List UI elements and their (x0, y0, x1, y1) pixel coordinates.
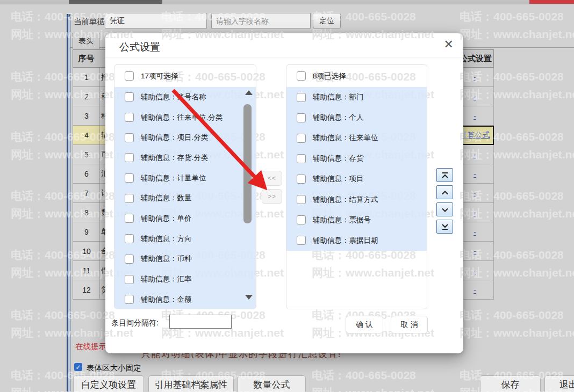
list-item: 辅助信息：账号名称 (114, 87, 256, 107)
item-checkbox[interactable] (125, 255, 134, 264)
item-label: 辅助信息：项目.分类 (141, 133, 208, 142)
item-label: 辅助信息：币种 (141, 254, 192, 264)
formula-link[interactable]: - (473, 208, 476, 217)
chevron-up-bar-icon (441, 172, 449, 179)
move-bottom-button[interactable] (436, 220, 453, 234)
item-checkbox[interactable] (297, 154, 306, 163)
item-label: 辅助信息：项目 (313, 174, 364, 184)
watermark-tile: 电话：400-665-0028网址：www.chanjet.net (460, 128, 463, 163)
item-checkbox[interactable] (125, 92, 134, 101)
move-down-button[interactable] (436, 202, 453, 216)
available-header-checkbox[interactable] (125, 71, 134, 81)
move-right-button[interactable]: >> (262, 189, 282, 204)
save-button[interactable]: 保存 (480, 375, 541, 392)
item-checkbox[interactable] (297, 113, 306, 122)
body-fixed-label: 表体区大小固定 (87, 363, 141, 373)
list-item: 辅助信息：个人 (286, 107, 427, 128)
cancel-button[interactable]: 取 消 (391, 316, 428, 333)
item-label: 辅助信息：单价 (141, 214, 192, 223)
scrollbar-thumb[interactable] (243, 104, 252, 223)
item-label: 辅助信息：存货 (313, 154, 364, 163)
watermark-tile: 电话：400-665-0028网址：www.chanjet.net (460, 33, 463, 43)
formula-link[interactable]: - (473, 228, 476, 236)
item-checkbox[interactable] (297, 175, 306, 184)
custom-items-button[interactable]: 自定义项设置 (73, 375, 144, 392)
item-label: 辅助信息：票据号 (313, 215, 371, 225)
selected-header-checkbox[interactable] (297, 71, 306, 81)
vertical-splitter-cap (67, 14, 70, 17)
list-item: 辅助信息：部门 (286, 87, 427, 107)
formula-link[interactable]: - (473, 112, 476, 120)
formula-link[interactable]: - (473, 286, 476, 294)
watermark-tile: 电话：400-665-0028网址：www.chanjet.net (460, 246, 463, 281)
chevron-down-bar-icon (441, 223, 449, 230)
selected-list: 辅助信息：部门辅助信息：个人辅助信息：往来单位辅助信息：存货辅助信息：项目辅助信… (286, 87, 427, 251)
field-search-input[interactable] (211, 13, 311, 28)
selected-header-label: 8项已选择 (313, 71, 346, 81)
vertical-splitter[interactable] (67, 14, 70, 392)
item-checkbox[interactable] (297, 195, 306, 204)
item-checkbox[interactable] (125, 113, 134, 122)
locate-button[interactable]: 定位 (313, 13, 341, 28)
item-checkbox[interactable] (125, 295, 134, 304)
red-accent-bar (529, 0, 574, 4)
body-fixed-checkbox[interactable]: ✓ (74, 363, 82, 371)
list-item: 辅助信息：票据号 (286, 210, 427, 230)
formula-link[interactable]: - (473, 92, 476, 101)
item-checkbox[interactable] (125, 234, 134, 243)
item-label: 辅助信息：往来单位 (313, 133, 378, 143)
item-checkbox[interactable] (297, 93, 306, 102)
list-item: 辅助信息：方向 (114, 229, 256, 249)
item-checkbox[interactable] (125, 275, 134, 284)
row-seq-cell: 2 (73, 87, 100, 106)
confirm-button[interactable]: 确 认 (346, 316, 383, 333)
close-icon[interactable]: ✕ (444, 38, 454, 52)
list-item: 辅助信息：币种 (114, 249, 256, 270)
formula-link[interactable]: 计算公式 (460, 130, 490, 140)
list-item: 辅助信息：存货.分类 (114, 148, 256, 168)
item-checkbox[interactable] (125, 214, 134, 223)
formula-link[interactable]: - (473, 266, 476, 275)
item-checkbox[interactable] (125, 173, 134, 183)
formula-link[interactable]: - (473, 150, 476, 159)
ref-archive-button[interactable]: 引用基础档案属性 (148, 375, 234, 392)
available-panel-header: 17项可选择 (114, 65, 256, 87)
list-item: 辅助信息：存货 (286, 148, 427, 169)
qty-formula-button[interactable]: 数量公式 (238, 375, 306, 392)
item-label: 辅助信息：方向 (141, 234, 192, 244)
formula-link[interactable]: - (473, 189, 476, 198)
list-item: 辅助信息：往来单位.分类 (114, 107, 256, 128)
seq-column-header: 序号 (73, 49, 100, 68)
separator-input[interactable] (169, 315, 232, 329)
dialog-title: 公式设置 (119, 40, 160, 54)
dialog-title-divider (105, 57, 463, 57)
item-label: 辅助信息：数量 (141, 193, 192, 203)
item-checkbox[interactable] (297, 236, 306, 245)
scrollbar-up-icon[interactable] (245, 90, 253, 95)
watermark-tile: 电话：400-665-0028网址：www.chanjet.net (312, 33, 434, 43)
item-checkbox[interactable] (125, 194, 134, 203)
item-checkbox[interactable] (125, 153, 134, 162)
list-item: 辅助信息：项目 (286, 169, 427, 189)
current-doc-label: 当前单据 (74, 17, 105, 27)
row-seq-cell: 9 (73, 222, 100, 242)
scrollbar-down-icon[interactable] (245, 295, 253, 300)
move-up-button[interactable] (436, 185, 453, 199)
item-checkbox[interactable] (297, 134, 306, 143)
move-left-button[interactable]: << (262, 171, 282, 186)
list-item: 辅助信息：金额 (114, 289, 256, 309)
exit-button[interactable]: 退出 (544, 375, 574, 392)
item-checkbox[interactable] (297, 215, 306, 224)
watermark-tile: 电话：400-665-0028网址：www.chanjet.net (312, 366, 434, 392)
formula-link[interactable]: - (473, 170, 476, 178)
formula-link[interactable]: - (473, 247, 476, 256)
item-checkbox[interactable] (125, 133, 134, 142)
formula-link[interactable]: - (473, 73, 476, 82)
watermark-tile: 电话：400-665-0028网址：www.chanjet.net (460, 8, 574, 43)
item-label: 辅助信息：结算方式 (313, 195, 378, 205)
item-label: 辅助信息：存货.分类 (141, 153, 208, 163)
tab-header[interactable]: 表头 (73, 33, 99, 49)
doc-type-input[interactable] (105, 13, 207, 28)
row-seq-cell: 1 (73, 68, 100, 87)
move-top-button[interactable] (436, 168, 453, 182)
